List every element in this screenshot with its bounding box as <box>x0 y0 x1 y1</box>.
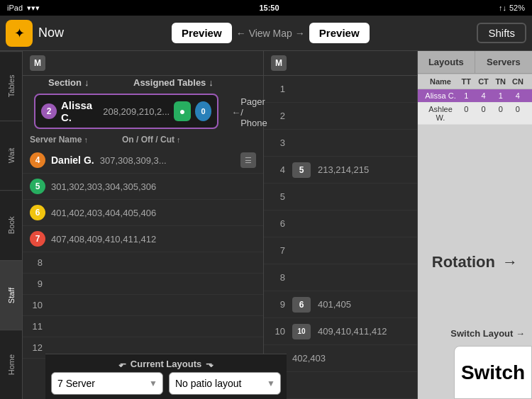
app-logo[interactable]: ✦ <box>6 20 33 47</box>
tab-servers[interactable]: Servers <box>475 51 532 73</box>
table-num-9: 9 <box>272 299 285 310</box>
server-badge-4: 4 <box>30 152 45 168</box>
assigned-tables-col-label: Assigned Tables ↓ <box>133 77 256 88</box>
assigned-arrow-down: ↓ <box>209 77 214 88</box>
layout-select-wrapper: No patio layout Patio layout Full layout… <box>169 372 281 395</box>
right-tabs: Layouts Servers <box>418 51 532 74</box>
server-name-sub-label: Server Name ↑ <box>30 135 122 145</box>
left-panel: M Section ↓ Assigned Tables ↓ 2 Alissa C… <box>23 51 264 399</box>
on-icon: ● <box>179 106 185 117</box>
server-row[interactable]: 4 Daniel G. 307,308,309,3... ☰ <box>23 147 263 174</box>
stats-ct-alissa: 4 <box>475 91 492 100</box>
table-row: 7 <box>264 237 417 264</box>
switch-button[interactable]: Switch <box>461 361 525 384</box>
table-row: 11 402,403 <box>264 345 417 372</box>
layout-dropdown[interactable]: No patio layout Patio layout Full layout <box>169 372 281 395</box>
left-tabs: Tables Wait Book Staff Home <box>0 51 23 399</box>
server-row: 8 <box>23 252 263 274</box>
server-badge-6: 6 <box>30 205 45 220</box>
mid-section-header: M <box>264 51 417 76</box>
table-row: 2 <box>264 103 417 130</box>
on-off-button[interactable]: ● <box>174 101 191 121</box>
table-row: 1 <box>264 76 417 103</box>
table-list-4: 213,214,215 <box>318 164 369 175</box>
rotation-text: Rotation <box>432 253 495 271</box>
stats-ct-ashlee: 0 <box>475 105 492 122</box>
view-map-label: View Map <box>249 28 292 39</box>
nav-center: Preview ← View Map → Preview <box>172 23 370 43</box>
stats-cn-alissa: 4 <box>509 91 526 100</box>
m-badge: M <box>30 55 45 71</box>
book-label: Book <box>7 216 16 234</box>
arrow-right-icon: → <box>295 28 305 39</box>
row-num-8: 8 <box>30 257 43 268</box>
switch-layout-text: Switch Layout → <box>450 328 525 339</box>
server-row[interactable]: 5 301,302,303,304,305,306 <box>23 174 263 200</box>
server-tables-7: 407,408,409,410,411,412 <box>51 234 256 245</box>
stats-cn-ashlee: 0 <box>509 105 526 122</box>
tab-layouts[interactable]: Layouts <box>418 51 475 73</box>
current-layouts-label: ⬐ Current Layouts ⬎ <box>51 359 281 369</box>
table-badge-9: 6 <box>292 297 311 313</box>
server-row: 11 <box>23 316 263 337</box>
server-tables-4: 307,308,309,3... <box>100 155 235 166</box>
active-server-number: 2 <box>47 106 52 116</box>
table-badge-10: 10 <box>292 324 311 339</box>
wifi-icon: ▾▾▾ <box>27 4 40 13</box>
rotation-arrow-icon: → <box>502 253 518 271</box>
server-row[interactable]: 7 407,408,409,410,411,412 <box>23 226 263 252</box>
table-list-9: 401,405 <box>318 299 351 310</box>
preview-left-button[interactable]: Preview <box>172 23 232 43</box>
stats-row-ashlee: Ashlee W. 0 0 0 0 <box>418 103 532 125</box>
on-off-cut-text: On / Off / Cut <box>122 135 174 145</box>
shifts-button[interactable]: Shifts <box>477 23 526 43</box>
server-row: 9 <box>23 274 263 295</box>
table-list-10: 409,410,411,412 <box>318 326 387 337</box>
view-map-section: ← View Map → <box>236 28 305 39</box>
server-name-arrow: ↑ <box>84 135 88 144</box>
cut-button[interactable]: 0 <box>195 101 212 121</box>
row-num-11: 11 <box>30 321 43 332</box>
active-server-tables: 208,209,210,2... <box>103 106 170 117</box>
sidebar-item-book[interactable]: Book <box>0 190 22 259</box>
table-row: 6 <box>264 210 417 237</box>
stats-tn-ashlee: 0 <box>492 105 509 122</box>
staff-label: Staff <box>7 287 16 303</box>
mid-m-badge: M <box>271 55 287 71</box>
pager-arrow-icon: ← <box>231 107 240 118</box>
server-row: 10 <box>23 295 263 316</box>
active-server-row[interactable]: 2 Alissa C. 208,209,210,2... ● 0 <box>34 94 218 129</box>
server-name-text: Server Name <box>30 135 82 145</box>
server-row[interactable]: 6 401,402,403,404,405,406 <box>23 200 263 226</box>
sidebar-item-staff[interactable]: Staff <box>0 260 22 330</box>
table-list-11: 402,403 <box>292 353 326 364</box>
server-dropdown[interactable]: 7 Server 6 Server 8 Server <box>51 372 163 395</box>
arrow-left-icon: ← <box>236 28 246 39</box>
server-onoff-4[interactable]: ☰ <box>240 152 256 168</box>
table-row: 10 10 409,410,411,412 <box>264 318 417 345</box>
active-server-name: Alissa C. <box>61 99 99 123</box>
sidebar-item-tables[interactable]: Tables <box>0 51 22 120</box>
stats-col-name: Name <box>423 77 458 86</box>
status-bar: iPad ▾▾▾ 15:50 ↑↓ 52% <box>0 0 532 16</box>
on-off-cut-sub-label: On / Off / Cut ↑ <box>122 135 256 145</box>
table-num-8: 8 <box>272 272 285 283</box>
server-select-wrapper: 7 Server 6 Server 8 Server ▼ <box>51 372 163 395</box>
stats-col-ct: CT <box>475 77 492 86</box>
nav-bar: ✦ Now Preview ← View Map → Preview Shift… <box>0 16 532 51</box>
table-row: 12 <box>264 372 417 399</box>
server-name-4: Daniel G. <box>51 154 94 166</box>
sidebar-item-wait[interactable]: Wait <box>0 120 22 190</box>
nav-left: ✦ Now <box>6 20 64 47</box>
stats-col-cn: CN <box>509 77 526 86</box>
logo-icon: ✦ <box>14 26 25 41</box>
section-col-label: Section ↓ <box>48 77 133 88</box>
table-rows: 1 2 3 4 5 213,214,215 5 <box>264 76 417 399</box>
server-badge-5: 5 <box>30 179 45 194</box>
table-num-10: 10 <box>272 326 285 337</box>
active-server-container: 2 Alissa C. 208,209,210,2... ● 0 ← Pager… <box>23 89 263 133</box>
preview-right-button[interactable]: Preview <box>309 23 370 43</box>
switch-layout-label: Switch Layout → <box>450 328 525 339</box>
stats-name-ashlee: Ashlee W. <box>423 105 458 122</box>
sidebar-item-home[interactable]: Home <box>0 330 22 399</box>
